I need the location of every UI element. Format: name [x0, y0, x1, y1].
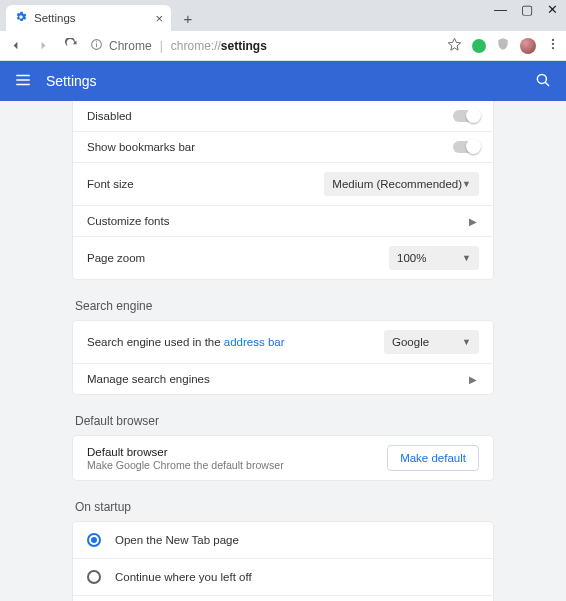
- forward-button[interactable]: [34, 37, 52, 55]
- search-engine-card: Search engine used in the address bar Go…: [73, 321, 493, 394]
- search-icon[interactable]: [534, 71, 552, 92]
- svg-rect-1: [96, 43, 97, 47]
- section-search-engine: Search engine: [75, 297, 493, 313]
- page-zoom-select[interactable]: 100% ▼: [389, 246, 479, 270]
- omnibox-host: Chrome: [109, 39, 152, 53]
- svg-point-6: [537, 74, 546, 83]
- row-customize-fonts[interactable]: Customize fonts ▶: [73, 205, 493, 236]
- chevron-right-icon: ▶: [469, 216, 479, 227]
- font-size-select[interactable]: Medium (Recommended) ▼: [324, 172, 479, 196]
- shield-icon[interactable]: [496, 37, 510, 54]
- radio-icon[interactable]: [87, 533, 101, 547]
- row-disabled[interactable]: Disabled: [73, 101, 493, 131]
- profile-avatar[interactable]: [520, 38, 536, 54]
- svg-point-3: [552, 39, 554, 41]
- tab-strip: Settings × +: [0, 0, 566, 31]
- site-info-icon[interactable]: [90, 38, 103, 54]
- tab-settings[interactable]: Settings ×: [6, 5, 171, 31]
- chevron-down-icon: ▼: [462, 337, 471, 347]
- appearance-card: Disabled Show bookmarks bar Font size Me…: [73, 101, 493, 279]
- row-font-size[interactable]: Font size Medium (Recommended) ▼: [73, 162, 493, 205]
- chevron-right-icon: ▶: [469, 374, 479, 385]
- default-browser-card: Default browser Make Google Chrome the d…: [73, 436, 493, 480]
- back-button[interactable]: [6, 37, 24, 55]
- close-window-button[interactable]: ✕: [547, 2, 558, 12]
- section-default-browser: Default browser: [75, 412, 493, 428]
- extension-icon[interactable]: [472, 39, 486, 53]
- new-tab-button[interactable]: +: [177, 7, 199, 29]
- chrome-menu-icon[interactable]: [546, 37, 560, 54]
- svg-point-5: [552, 47, 554, 49]
- startup-option-continue[interactable]: Continue where you left off: [73, 558, 493, 595]
- address-bar-link[interactable]: address bar: [224, 336, 285, 348]
- startup-option-newtab[interactable]: Open the New Tab page: [73, 522, 493, 558]
- row-search-engine-used[interactable]: Search engine used in the address bar Go…: [73, 321, 493, 363]
- toggle-off-icon[interactable]: [453, 141, 479, 153]
- row-default-browser: Default browser Make Google Chrome the d…: [73, 436, 493, 480]
- svg-rect-2: [96, 41, 97, 42]
- browser-toolbar: Chrome | chrome://settings: [0, 31, 566, 61]
- row-manage-search-engines[interactable]: Manage search engines ▶: [73, 363, 493, 394]
- reload-button[interactable]: [62, 37, 80, 55]
- make-default-button[interactable]: Make default: [387, 445, 479, 471]
- svg-point-4: [552, 43, 554, 45]
- minimize-button[interactable]: —: [494, 2, 507, 12]
- startup-option-specific[interactable]: Open a specific page or set of pages: [73, 595, 493, 601]
- row-show-bookmarks[interactable]: Show bookmarks bar: [73, 131, 493, 162]
- chevron-down-icon: ▼: [462, 253, 471, 263]
- window-controls: — ▢ ✕: [486, 0, 566, 14]
- toggle-off-icon[interactable]: [453, 110, 479, 122]
- tab-title: Settings: [34, 12, 149, 24]
- omnibox-path: chrome://settings: [171, 39, 267, 53]
- toolbar-right: [447, 37, 560, 55]
- settings-page: Disabled Show bookmarks bar Font size Me…: [0, 101, 566, 601]
- svg-line-7: [545, 82, 549, 86]
- bookmark-star-icon[interactable]: [447, 37, 462, 55]
- on-startup-card: Open the New Tab page Continue where you…: [73, 522, 493, 601]
- section-on-startup: On startup: [75, 498, 493, 514]
- chevron-down-icon: ▼: [462, 179, 471, 189]
- search-engine-select[interactable]: Google ▼: [384, 330, 479, 354]
- maximize-button[interactable]: ▢: [521, 2, 533, 12]
- radio-icon[interactable]: [87, 570, 101, 584]
- settings-title: Settings: [46, 73, 520, 89]
- row-page-zoom[interactable]: Page zoom 100% ▼: [73, 236, 493, 279]
- address-bar[interactable]: Chrome | chrome://settings: [90, 38, 437, 54]
- settings-header: Settings: [0, 61, 566, 101]
- hamburger-menu-icon[interactable]: [14, 71, 32, 92]
- gear-icon: [14, 10, 28, 26]
- close-tab-icon[interactable]: ×: [155, 12, 163, 25]
